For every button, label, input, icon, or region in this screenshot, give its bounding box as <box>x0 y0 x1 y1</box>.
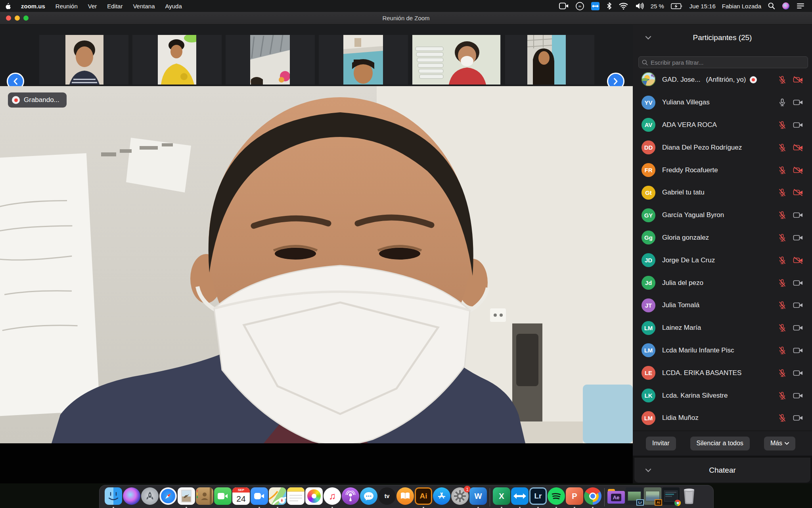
participant-row[interactable]: LMLidia Muñoz <box>633 407 812 429</box>
camera-off-icon[interactable] <box>793 188 803 197</box>
window-title-bar[interactable]: Reunión de Zoom <box>0 12 812 25</box>
participant-row[interactable]: LELCDA. ERIKA BASANTES <box>633 362 812 384</box>
apple-menu[interactable] <box>0 0 16 12</box>
dock-appletv-icon[interactable]: tv <box>378 487 396 508</box>
camera-icon[interactable] <box>793 301 803 310</box>
camera-off-icon[interactable] <box>793 75 803 84</box>
mic-icon[interactable] <box>778 98 787 107</box>
video-thumbnail[interactable] <box>527 35 566 85</box>
dock-contacts-icon[interactable] <box>195 487 214 508</box>
participants-search[interactable] <box>638 56 808 68</box>
video-thumbnail[interactable] <box>65 35 103 85</box>
dock-safari-icon[interactable] <box>159 487 177 508</box>
dock-lightroom-icon[interactable]: Lr <box>529 487 547 508</box>
bluetooth-icon[interactable] <box>603 0 615 12</box>
dock-settings-icon[interactable]: 1 <box>451 487 469 508</box>
menu-clock[interactable]: Jue 15:16 <box>686 3 719 10</box>
wifi-icon[interactable] <box>615 0 632 12</box>
dock-zoom-icon[interactable] <box>250 487 268 508</box>
dock-finder-icon[interactable] <box>104 487 123 508</box>
participant-row[interactable]: LMLainez María <box>633 317 812 339</box>
participant-row[interactable]: LKLcda. Karina Silvestre <box>633 384 812 407</box>
mic-muted-icon[interactable] <box>778 301 787 310</box>
more-button[interactable]: Más <box>764 437 795 450</box>
camera-icon[interactable] <box>793 323 803 332</box>
video-status-icon[interactable] <box>555 0 572 12</box>
participant-row[interactable]: GtGabriel tu tatu <box>633 181 812 204</box>
mic-muted-icon[interactable] <box>778 369 787 377</box>
participant-row[interactable]: FRFreddy Rocafuerte <box>633 159 812 181</box>
dock-podcasts-icon[interactable] <box>341 487 360 508</box>
mic-muted-icon[interactable] <box>778 75 787 84</box>
dock-calendar-icon[interactable]: SEP24 <box>232 487 250 508</box>
teamviewer-status-icon[interactable] <box>588 0 603 12</box>
video-thumbnail[interactable] <box>412 35 500 85</box>
mic-muted-icon[interactable] <box>778 211 787 219</box>
dock-trash-icon[interactable] <box>680 487 698 508</box>
dock-doc-illustrator-icon[interactable]: Ai <box>643 487 662 508</box>
participant-row[interactable]: GgGloria gonzalez <box>633 227 812 249</box>
menu-ver[interactable]: Ver <box>83 0 102 12</box>
participant-row[interactable]: AVADA VERA ROCA <box>633 114 812 137</box>
mic-muted-icon[interactable] <box>778 143 787 152</box>
chat-section[interactable]: Chatear <box>634 458 810 483</box>
mic-muted-icon[interactable] <box>778 323 787 332</box>
menu-editar[interactable]: Editar <box>102 0 128 12</box>
participant-row[interactable]: YVYuliana Villegas <box>633 91 812 114</box>
video-thumbnail[interactable] <box>158 35 196 85</box>
dock-messages-icon[interactable] <box>360 487 378 508</box>
participant-row[interactable]: JdJulia del pezo <box>633 271 812 294</box>
participant-row[interactable]: LMLcda Marilu Infante Pisc <box>633 339 812 362</box>
mic-muted-icon[interactable] <box>778 279 787 287</box>
dock-maps-icon[interactable] <box>268 487 287 508</box>
menu-ayuda[interactable]: Ayuda <box>160 0 187 12</box>
video-thumbnail[interactable] <box>250 35 290 85</box>
dock-facetime-icon[interactable] <box>214 487 232 508</box>
participant-row[interactable]: JDJorge De La Cruz <box>633 249 812 271</box>
mic-muted-icon[interactable] <box>778 414 787 422</box>
dock-photos-icon[interactable] <box>305 487 323 508</box>
recording-badge[interactable]: Grabando... <box>8 92 67 108</box>
mic-muted-icon[interactable] <box>778 188 787 197</box>
menu-reuni-n[interactable]: Reunión <box>50 0 83 12</box>
dock-chrome-icon[interactable] <box>584 487 602 508</box>
camera-icon[interactable] <box>793 211 803 219</box>
creative-cloud-icon[interactable]: ∞ <box>572 0 588 12</box>
dock-teamviewer-icon[interactable] <box>511 487 529 508</box>
camera-icon[interactable] <box>793 391 803 400</box>
invite-button[interactable]: Invitar <box>646 437 676 450</box>
video-thumbnail[interactable] <box>343 35 383 85</box>
mute-all-button[interactable]: Silenciar a todos <box>690 437 750 450</box>
menu-ventana[interactable]: Ventana <box>128 0 160 12</box>
menu-user-name[interactable]: Fabian Lozada <box>719 3 764 10</box>
dock-ae-folder-icon[interactable]: Ae <box>607 487 625 508</box>
dock-illustrator-icon[interactable]: Ai <box>414 487 433 508</box>
camera-icon[interactable] <box>793 414 803 422</box>
dock-appstore-icon[interactable] <box>433 487 451 508</box>
camera-icon[interactable] <box>793 346 803 355</box>
dock-word-icon[interactable]: W <box>469 487 487 508</box>
mic-muted-icon[interactable] <box>778 166 787 175</box>
spotlight-icon[interactable] <box>764 0 779 12</box>
camera-off-icon[interactable] <box>793 143 803 152</box>
mic-muted-icon[interactable] <box>778 346 787 355</box>
mic-muted-icon[interactable] <box>778 256 787 265</box>
dock-doc-lightroom-icon[interactable]: Lr <box>625 487 643 508</box>
dock-books-icon[interactable] <box>396 487 414 508</box>
siri-icon[interactable] <box>779 0 793 12</box>
camera-off-icon[interactable] <box>793 256 803 265</box>
dock-notes-icon[interactable] <box>287 487 305 508</box>
dock-excel-icon[interactable]: X <box>492 487 511 508</box>
mic-muted-icon[interactable] <box>778 121 787 129</box>
camera-icon[interactable] <box>793 279 803 287</box>
dock-powerpoint-icon[interactable]: P <box>565 487 584 508</box>
participants-filter-input[interactable] <box>651 59 804 66</box>
dock-launchpad-icon[interactable] <box>141 487 159 508</box>
menu-zoom-us[interactable]: zoom.us <box>16 0 50 12</box>
participant-row[interactable]: GAD. Jose...(Anfitrión, yo) <box>633 69 812 91</box>
notification-center-icon[interactable] <box>793 0 808 12</box>
dock-music-icon[interactable]: ♫ <box>323 487 341 508</box>
camera-icon[interactable] <box>793 121 803 129</box>
dock-mail-icon[interactable] <box>177 487 195 508</box>
participant-row[interactable]: GYGarcía Yagual Byron <box>633 204 812 227</box>
